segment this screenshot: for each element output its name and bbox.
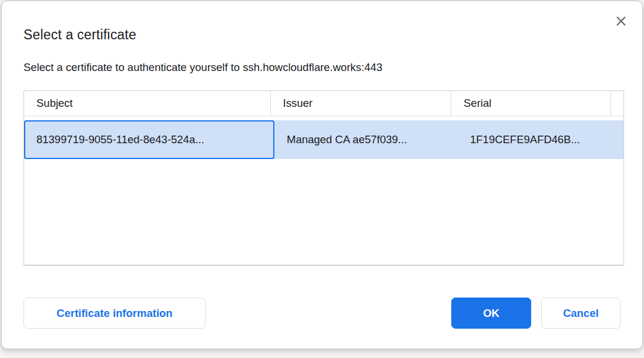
certificate-select-dialog: Select a certificate Select a certificat… xyxy=(1,1,643,349)
column-header-serial[interactable]: Serial xyxy=(451,91,611,116)
certificate-row-selected[interactable]: 81399719-9055-11ed-8e43-524a... Managed … xyxy=(24,120,623,159)
column-header-issuer[interactable]: Issuer xyxy=(271,91,451,116)
dialog-title: Select a certificate xyxy=(24,27,136,43)
certificate-information-button[interactable]: Certificate information xyxy=(24,298,206,329)
table-header: Subject Issuer Serial xyxy=(24,91,623,116)
column-header-gutter xyxy=(611,91,623,116)
dialog-subtitle: Select a certificate to authenticate you… xyxy=(24,61,383,74)
column-header-subject[interactable]: Subject xyxy=(24,91,271,116)
cancel-button[interactable]: Cancel xyxy=(541,298,620,329)
dialog-footer: Certificate information OK Cancel xyxy=(24,298,620,329)
close-button[interactable] xyxy=(613,13,629,29)
cell-issuer[interactable]: Managed CA ae57f039... xyxy=(274,120,458,159)
ok-button[interactable]: OK xyxy=(451,298,531,329)
screen: Select a certificate Select a certificat… xyxy=(0,0,644,358)
cell-subject[interactable]: 81399719-9055-11ed-8e43-524a... xyxy=(24,120,274,159)
certificate-table: Subject Issuer Serial 81399719-9055-11ed… xyxy=(24,90,624,266)
cell-serial[interactable]: 1F19CEFE9AFD46B... xyxy=(458,120,623,159)
table-body: 81399719-9055-11ed-8e43-524a... Managed … xyxy=(24,116,623,159)
close-icon xyxy=(615,15,628,28)
